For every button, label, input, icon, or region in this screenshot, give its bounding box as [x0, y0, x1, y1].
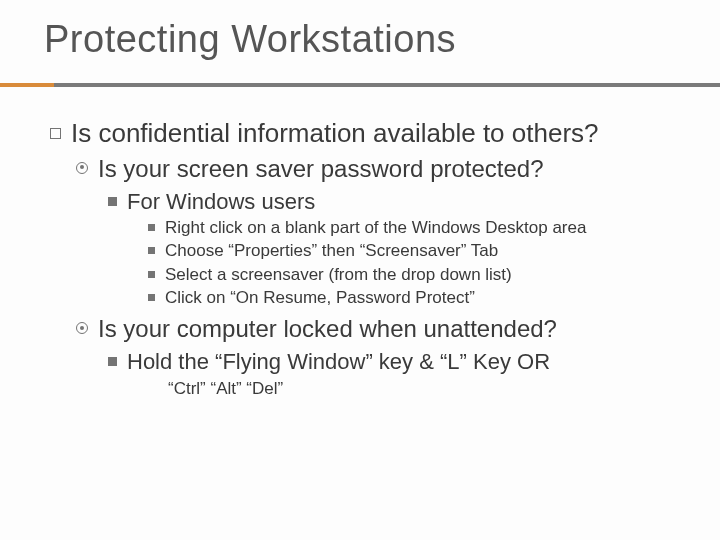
content-area: Is confidential information available to… — [0, 87, 720, 399]
divider-main — [54, 83, 720, 87]
bullet-text: Hold the “Flying Window” key & “L” Key O… — [127, 348, 698, 376]
divider-accent — [0, 83, 54, 87]
title-divider — [0, 83, 720, 87]
square-solid-icon — [108, 348, 117, 366]
bullet-level4: Choose “Properties” then “Screensaver” T… — [148, 240, 698, 261]
bullet-level1: Is confidential information available to… — [50, 117, 698, 150]
square-tiny-icon — [148, 217, 155, 231]
slide: Protecting Workstations Is confidential … — [0, 0, 720, 540]
bullet-text: Click on “On Resume, Password Protect” — [165, 287, 698, 308]
bullet-text: For Windows users — [127, 188, 698, 216]
bullet-level2: Is your computer locked when unattended? — [76, 314, 698, 344]
bullet-text: Choose “Properties” then “Screensaver” T… — [165, 240, 698, 261]
slide-title: Protecting Workstations — [0, 18, 720, 61]
bullet-continuation: “Ctrl” “Alt” “Del” — [168, 378, 698, 399]
target-dot-icon — [76, 154, 88, 174]
square-tiny-icon — [148, 240, 155, 254]
bullet-level2: Is your screen saver password protected? — [76, 154, 698, 184]
square-tiny-icon — [148, 287, 155, 301]
bullet-text: Is your screen saver password protected? — [98, 154, 698, 184]
bullet-text: “Ctrl” “Alt” “Del” — [168, 379, 283, 398]
bullet-level4: Click on “On Resume, Password Protect” — [148, 287, 698, 308]
target-dot-icon — [76, 314, 88, 334]
bullet-text: Right click on a blank part of the Windo… — [165, 217, 698, 238]
square-tiny-icon — [148, 264, 155, 278]
square-open-icon — [50, 117, 61, 139]
bullet-text: Select a screensaver (from the drop down… — [165, 264, 698, 285]
bullet-text: Is confidential information available to… — [71, 117, 698, 150]
bullet-text: Is your computer locked when unattended? — [98, 314, 698, 344]
bullet-level4: Right click on a blank part of the Windo… — [148, 217, 698, 238]
bullet-level3: For Windows users — [108, 188, 698, 216]
square-solid-icon — [108, 188, 117, 206]
bullet-level3: Hold the “Flying Window” key & “L” Key O… — [108, 348, 698, 376]
bullet-level4: Select a screensaver (from the drop down… — [148, 264, 698, 285]
